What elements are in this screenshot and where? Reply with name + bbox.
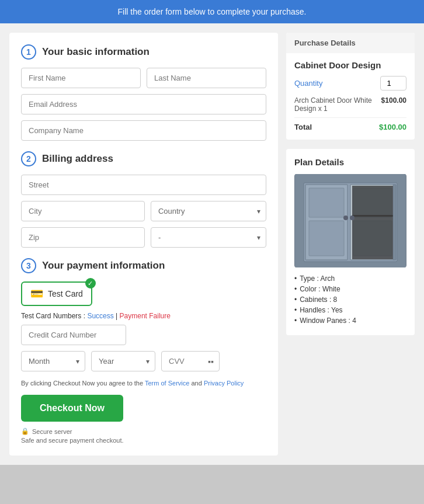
card-option-row: 💳 Test Card ✓ — [21, 281, 266, 306]
month-wrapper: Month ▾ — [21, 351, 85, 371]
test-card-divider: | — [116, 312, 117, 320]
page-wrapper: Fill the order form below to complete yo… — [0, 0, 424, 465]
country-wrapper: Country ▾ — [151, 201, 266, 221]
plan-specs: Type : ArchColor : WhiteCabinets : 8Hand… — [294, 274, 406, 325]
plan-spec-item: Cabinets : 8 — [294, 296, 406, 304]
secure-info: 🔒 Secure server Safe and secure payment … — [21, 427, 266, 444]
total-divider — [294, 117, 406, 118]
zip-input[interactable] — [21, 227, 145, 248]
right-panel: Purchase Details Cabinet Door Design Qua… — [286, 33, 415, 456]
payment-header: 3 Your payment information — [21, 258, 266, 273]
billing-title: Billing address — [42, 153, 113, 165]
purchase-details-title: Purchase Details — [286, 33, 415, 53]
credit-card-icon: 💳 — [30, 287, 43, 300]
quantity-input[interactable] — [380, 76, 406, 91]
payment-title: Your payment information — [42, 260, 165, 272]
plan-spec-item: Type : Arch — [294, 274, 406, 283]
product-name: Cabinet Door Design — [294, 60, 406, 70]
svg-rect-4 — [309, 188, 344, 217]
cabinet-image-svg — [294, 174, 406, 267]
email-row — [21, 94, 266, 114]
basic-info-header: 1 Your basic information — [21, 44, 266, 60]
svg-point-11 — [350, 215, 355, 220]
country-select[interactable]: Country — [151, 201, 266, 221]
main-content: 1 Your basic information 2 Billi — [0, 23, 424, 465]
city-input[interactable] — [21, 201, 145, 221]
item-name: Arch Cabinet Door White Design x 1 — [294, 96, 381, 113]
svg-rect-5 — [309, 221, 344, 256]
product-image — [294, 174, 406, 267]
city-country-row: Country ▾ — [21, 201, 266, 221]
plan-spec-item: Window Panes : 4 — [294, 317, 406, 325]
total-label: Total — [294, 123, 312, 131]
name-row — [21, 68, 266, 88]
street-input[interactable] — [21, 175, 266, 195]
plan-details-title: Plan Details — [294, 157, 406, 167]
credit-card-input[interactable] — [21, 325, 126, 345]
svg-point-8 — [343, 215, 348, 220]
card-option[interactable]: 💳 Test Card ✓ — [21, 281, 92, 306]
year-wrapper: Year ▾ — [91, 351, 155, 371]
company-row — [21, 120, 266, 141]
test-card-success-link[interactable]: Success — [87, 312, 113, 320]
test-card-info: Test Card Numbers : Success | Payment Fa… — [21, 312, 266, 320]
privacy-link[interactable]: Privacy Policy — [204, 380, 244, 387]
agree-and: and — [191, 380, 201, 387]
purchase-details-card: Purchase Details Cabinet Door Design Qua… — [286, 33, 415, 140]
total-price: $100.00 — [379, 123, 406, 131]
state-wrapper: - ▾ — [151, 227, 266, 248]
state-select[interactable]: - — [151, 227, 266, 248]
top-banner: Fill the order form below to complete yo… — [0, 0, 424, 23]
secure-server-text: Secure server — [32, 428, 72, 435]
item-price: $100.00 — [381, 96, 406, 113]
email-input[interactable] — [21, 94, 266, 114]
secure-row: 🔒 Secure server — [21, 427, 266, 435]
expiry-cvv-row: Month ▾ Year ▾ ▪▪ — [21, 351, 266, 371]
svg-rect-9 — [352, 186, 396, 259]
zip-state-row: - ▾ — [21, 227, 266, 248]
checkout-button[interactable]: Checkout Now — [21, 395, 123, 422]
year-select[interactable]: Year — [91, 351, 155, 371]
total-row: Total $100.00 — [294, 123, 406, 131]
billing-section: 2 Billing address Country ▾ — [21, 151, 266, 248]
street-row — [21, 175, 266, 195]
quantity-row: Quantity — [294, 76, 406, 91]
terms-link[interactable]: Term of Service — [145, 380, 189, 387]
cvv-icon: ▪▪ — [208, 357, 214, 366]
test-card-label: Test Card Numbers : — [21, 312, 85, 320]
banner-text: Fill the order form below to complete yo… — [118, 7, 307, 16]
item-row: Arch Cabinet Door White Design x 1 $100.… — [294, 96, 406, 113]
svg-rect-10 — [352, 215, 396, 217]
section-number-2: 2 — [21, 151, 36, 166]
credit-card-row — [21, 325, 266, 345]
test-card-failure-link[interactable]: Payment Failure — [120, 312, 171, 320]
month-select[interactable]: Month — [21, 351, 85, 371]
lock-icon: 🔒 — [21, 427, 29, 435]
cvv-wrapper: ▪▪ — [161, 351, 220, 371]
first-name-input[interactable] — [21, 68, 141, 88]
plan-spec-item: Color : White — [294, 285, 406, 293]
plan-details-section: Plan Details — [286, 149, 415, 335]
quantity-label: Quantity — [294, 79, 322, 88]
basic-info-section: 1 Your basic information — [21, 44, 266, 141]
left-panel: 1 Your basic information 2 Billi — [9, 33, 278, 456]
section-number-1: 1 — [21, 44, 36, 60]
section-number-3: 3 — [21, 258, 36, 273]
card-label: Test Card — [48, 289, 83, 298]
payment-section: 3 Your payment information 💳 Test Card ✓… — [21, 258, 266, 371]
basic-info-title: Your basic information — [42, 46, 150, 58]
secure-checkout-text: Safe and secure payment checkout. — [21, 437, 266, 444]
plan-spec-item: Handles : Yes — [294, 306, 406, 314]
check-badge-icon: ✓ — [85, 278, 96, 289]
agree-text: By clicking Checkout Now you agree to th… — [21, 380, 266, 387]
company-input[interactable] — [21, 120, 266, 141]
agree-before: By clicking Checkout Now you agree to th… — [21, 380, 143, 387]
checkout-label: Checkout Now — [40, 403, 105, 413]
last-name-input[interactable] — [147, 68, 266, 88]
billing-header: 2 Billing address — [21, 151, 266, 166]
svg-rect-12 — [393, 185, 396, 260]
